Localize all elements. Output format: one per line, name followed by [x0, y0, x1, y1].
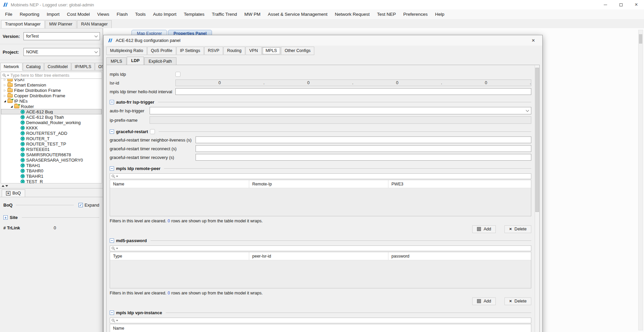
minimize-button[interactable] [598, 0, 613, 9]
tree-item-copper-distribution-frame[interactable]: Copper Distribution Frame [1, 93, 102, 98]
menu-tools[interactable]: Tools [131, 9, 150, 19]
column-header-pwe3[interactable]: PWE3 [388, 180, 531, 188]
scrollbar-thumb[interactable] [639, 34, 642, 44]
tab-ip-settings[interactable]: IP Settings [176, 47, 204, 55]
search-icon[interactable] [2, 73, 6, 77]
lsr-id-field[interactable]: 0 0 0 0 [175, 79, 531, 86]
tree-item-test-r[interactable]: TEST_R [1, 179, 102, 183]
graceful-restart-checkbox[interactable] [150, 129, 155, 134]
tab-transport-manager[interactable]: Transport Manager [1, 20, 45, 29]
lsr-id-octet[interactable]: 0 [265, 80, 352, 85]
tab-qos-profile[interactable]: QoS Profile [147, 47, 176, 55]
dialog-scrollbar[interactable] [535, 65, 539, 332]
delete-button[interactable]: Delete [504, 297, 531, 305]
menu-views[interactable]: Views [94, 9, 113, 19]
menu-reporting[interactable]: Reporting [16, 9, 43, 19]
tree-item-tbahr0[interactable]: TBAHR0 [1, 168, 102, 173]
tab-mpls[interactable]: MPLS [262, 47, 281, 55]
lsr-id-octet[interactable]: 0 [354, 80, 441, 85]
menu-cost-model[interactable]: Cost Model [63, 9, 94, 19]
menu-flash[interactable]: Flash [113, 9, 131, 19]
tab-ran-manager[interactable]: RAN Manager [77, 20, 112, 28]
subtab-explicit-path[interactable]: Explicit-Path [144, 57, 176, 65]
expander-icon[interactable] [2, 84, 7, 87]
collapse-icon[interactable] [110, 166, 114, 171]
dialog-title-bar[interactable]: ACE-612 Bug configuration panel [104, 35, 542, 46]
tab-boq[interactable]: BoQ [2, 189, 25, 197]
column-header-name[interactable]: Name [110, 324, 531, 332]
collapse-icon[interactable] [110, 238, 114, 243]
md5-search[interactable] [110, 245, 531, 251]
tab-vpn[interactable]: VPN [246, 47, 262, 55]
tab-rsvp[interactable]: RSVP [204, 47, 223, 55]
neighbor-liveness-input[interactable] [196, 136, 531, 143]
expander-icon[interactable] [9, 105, 14, 108]
splitter-up-icon[interactable] [2, 185, 4, 187]
tree-item-tbahr1[interactable]: TBAHR1 [1, 173, 102, 179]
tree-item-router-t[interactable]: ROUTER_T [1, 136, 102, 141]
collapse-icon[interactable] [110, 311, 114, 315]
menu-mw-pm[interactable]: MW PM [241, 9, 264, 19]
tree-item-ace-612-bug[interactable]: ACE-612 Bug [1, 109, 102, 114]
maximize-button[interactable] [613, 0, 629, 9]
panel-splitter[interactable] [0, 183, 103, 188]
tree-item-router[interactable]: Router [1, 104, 102, 109]
tree-item-samirsrouter6678[interactable]: SAMIRSROUTER6678 [1, 152, 102, 157]
tree-item-smart-extension[interactable]: Smart Extension [1, 82, 102, 88]
subtab-mpls[interactable]: MPLS [106, 57, 126, 65]
add-button[interactable]: Add [472, 225, 496, 233]
column-header-remote-ip[interactable]: Remote-Ip [249, 180, 388, 188]
expand-checkbox[interactable] [78, 203, 83, 207]
sidebar-tab-osp-manager[interactable]: OSP Man [95, 63, 103, 71]
column-header-peer-lsr-id[interactable]: peer-lsr-id [249, 252, 388, 260]
menu-test-nep[interactable]: Test NEP [373, 9, 399, 19]
recovery-input[interactable] [196, 154, 531, 161]
menu-traffic-trend[interactable]: Traffic Trend [208, 9, 240, 19]
workspace-scrollbar[interactable] [638, 30, 643, 330]
splitter-down-icon[interactable] [5, 185, 8, 187]
expander-icon[interactable] [2, 100, 7, 103]
menu-templates[interactable]: Templates [180, 9, 208, 19]
subtab-ldp[interactable]: LDP [127, 57, 144, 65]
lsr-id-octet[interactable]: 0 [442, 80, 530, 85]
tree-item-kkkk[interactable]: KKKK [1, 125, 102, 130]
reconnect-input[interactable] [196, 145, 531, 152]
lsp-trigger-combobox[interactable] [150, 107, 531, 114]
expander-icon[interactable] [2, 94, 7, 97]
expander-icon[interactable] [2, 79, 7, 81]
menu-network-request[interactable]: Network Request [331, 9, 373, 19]
vpn-instance-search[interactable] [110, 318, 531, 323]
tab-mw-planner[interactable]: MW Planner [45, 20, 76, 28]
menu-file[interactable]: File [1, 9, 16, 19]
column-header-type[interactable]: Type [110, 252, 249, 260]
sidebar-tab-network[interactable]: Network [0, 63, 22, 71]
tree-filter-input[interactable] [10, 73, 100, 78]
collapse-icon[interactable] [110, 100, 114, 104]
close-icon[interactable] [6, 191, 10, 196]
expander-icon[interactable] [2, 89, 7, 92]
tree-item-sarasersara-history0[interactable]: SARASERSARA_HISTORY0 [1, 157, 102, 163]
tree-item-ip-nes[interactable]: IP NEs [1, 98, 102, 104]
delete-button[interactable]: Delete [504, 225, 531, 233]
dialog-close-button[interactable] [528, 38, 538, 43]
search-options-caret-icon[interactable] [7, 75, 9, 76]
tree-item-rsiteee01[interactable]: RSITEEE01 [1, 147, 102, 152]
tree-item-vsat[interactable]: VSAT [1, 79, 102, 82]
tree-item-demowalid-router-working[interactable]: Demowalid_Router_working [1, 120, 102, 125]
column-header-password[interactable]: password [388, 252, 531, 260]
version-select[interactable]: forTest [23, 32, 100, 40]
lsr-id-octet[interactable]: 0 [176, 80, 263, 85]
expand-site-icon[interactable] [3, 215, 8, 220]
tree-item-ace-612-bug-tbah[interactable]: ACE-612 Bug Tbah [1, 114, 102, 120]
tab-multiplexing-ratio[interactable]: Multiplexing Ratio [106, 47, 147, 55]
sidebar-tab-catalog[interactable]: Catalog [23, 63, 44, 71]
project-select[interactable]: NONE [23, 48, 100, 56]
tab-routing[interactable]: Routing [223, 47, 245, 55]
menu-preferences[interactable]: Preferences [399, 9, 431, 19]
remote-peer-search[interactable] [110, 173, 531, 179]
close-button[interactable] [629, 0, 644, 9]
sidebar-tab-ip-mpls[interactable]: IP/MPLS [71, 63, 95, 71]
hello-hold-input[interactable] [175, 88, 531, 95]
tab-other-configs[interactable]: Other Configs [281, 47, 314, 55]
tree-item-fiber-distribution-frame[interactable]: Fiber Distribution Frame [1, 88, 102, 93]
